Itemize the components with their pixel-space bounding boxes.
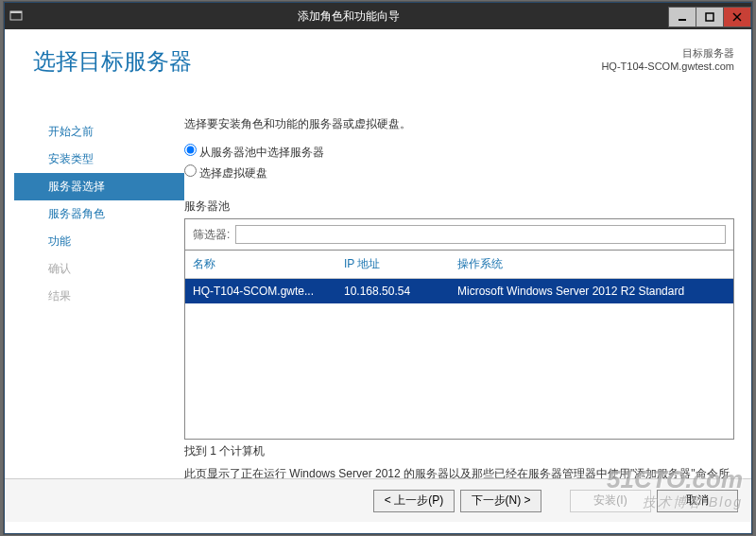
maximize-button[interactable] [696,7,724,27]
destination-server: HQ-T104-SCOM.gwtest.com [601,61,734,72]
radio-server-pool-input[interactable] [184,144,197,156]
radio-server-pool[interactable]: 从服务器池中选择服务器 [184,142,734,163]
next-button[interactable]: 下一步(N) > [460,490,541,512]
radio-vhd[interactable]: 选择虚拟硬盘 [184,163,734,183]
table-row[interactable]: HQ-T104-SCOM.gwte...10.168.50.54Microsof… [185,279,733,303]
found-count: 找到 1 个计算机 [184,440,734,465]
titlebar: 添加角色和功能向导 [5,3,751,29]
col-name[interactable]: 名称 [185,251,336,278]
grid-header: 名称 IP 地址 操作系统 [185,251,733,279]
window-title: 添加角色和功能向导 [27,9,669,25]
svg-rect-1 [10,11,22,13]
destination-label: 目标服务器 [601,46,734,61]
radio-vhd-input[interactable] [184,164,197,177]
server-grid[interactable]: 名称 IP 地址 操作系统 HQ-T104-SCOM.gwte...10.168… [184,251,734,440]
cell-name: HQ-T104-SCOM.gwte... [185,279,336,303]
nav-item: 确认 [14,255,184,283]
nav-item[interactable]: 服务器角色 [14,200,184,228]
cancel-button[interactable]: 取消 [657,490,738,512]
nav-item: 结果 [14,283,184,310]
close-button[interactable] [723,7,751,27]
footer: < 上一步(P) 下一步(N) > 安装(I) 取消 [5,478,751,522]
content-area: 选择目标服务器 目标服务器 HQ-T104-SCOM.gwtest.com 开始… [5,29,751,533]
filter-box: 筛选器: [184,218,734,251]
svg-rect-3 [706,13,713,21]
window-controls [669,6,751,27]
col-ip[interactable]: IP 地址 [336,251,450,278]
instruction-text: 选择要安装角色和功能的服务器或虚拟硬盘。 [184,101,734,142]
filter-label: 筛选器: [193,227,230,243]
col-os[interactable]: 操作系统 [450,251,733,278]
header-row: 选择目标服务器 目标服务器 HQ-T104-SCOM.gwtest.com [5,29,751,101]
nav-item[interactable]: 开始之前 [14,118,184,146]
filter-input[interactable] [235,225,726,244]
minimize-button[interactable] [668,7,696,27]
nav-item[interactable]: 功能 [14,228,184,255]
destination-info: 目标服务器 HQ-T104-SCOM.gwtest.com [601,29,751,101]
previous-button[interactable]: < 上一步(P) [373,490,455,512]
cell-ip: 10.168.50.54 [336,279,450,303]
nav-item[interactable]: 服务器选择 [14,173,184,200]
nav-item[interactable]: 安装类型 [14,146,184,173]
app-icon [5,10,27,22]
server-pool-label: 服务器池 [184,193,734,218]
page-title: 选择目标服务器 [5,29,601,101]
cell-os: Microsoft Windows Server 2012 R2 Standar… [450,279,733,303]
main-panel: 选择要安装角色和功能的服务器或虚拟硬盘。 从服务器池中选择服务器 选择虚拟硬盘 … [184,101,751,478]
install-button: 安装(I) [570,490,651,512]
nav-sidebar: 开始之前安装类型服务器选择服务器角色功能确认结果 [5,101,184,478]
wizard-window: 添加角色和功能向导 选择目标服务器 目标服务器 HQ-T104-SCOM.gwt… [4,2,752,534]
